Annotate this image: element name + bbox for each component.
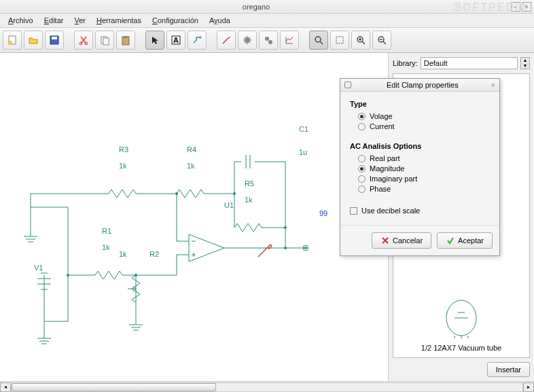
svg-point-27 <box>284 247 287 249</box>
dialog-titlebar[interactable]: Edit Clamp properties × <box>340 79 499 92</box>
paste-button[interactable] <box>116 31 135 50</box>
toolbar: A <box>0 28 534 53</box>
dialog-icon <box>344 82 351 88</box>
node-label: 99 <box>319 209 327 217</box>
scroll-left-button[interactable]: ◂ <box>0 382 11 392</box>
schematic <box>0 53 388 381</box>
radio-icon <box>358 175 366 183</box>
svg-rect-3 <box>52 37 57 39</box>
radio-imaginary[interactable]: Imaginary part <box>358 175 490 183</box>
accept-button[interactable]: Aceptar <box>437 232 493 249</box>
watermark: SOFTPEDIA <box>454 1 529 14</box>
r3-val: 1k <box>119 162 127 170</box>
r4-name: R4 <box>187 145 196 154</box>
accept-icon <box>446 236 455 245</box>
svg-point-1 <box>8 41 12 45</box>
radio-real[interactable]: Real part <box>358 154 490 162</box>
svg-point-24 <box>175 192 178 195</box>
probe-tool[interactable] <box>217 31 236 50</box>
r5-name: R5 <box>245 179 254 188</box>
radio-icon <box>358 155 366 162</box>
svg-point-25 <box>233 192 236 195</box>
window-title: oregano <box>3 3 510 11</box>
radio-voltage[interactable]: Volage <box>358 112 490 120</box>
c1-name: C1 <box>299 125 308 133</box>
r3-name: R3 <box>119 145 128 154</box>
plot-button[interactable] <box>280 31 299 50</box>
radio-icon <box>358 165 366 173</box>
svg-point-16 <box>315 37 321 42</box>
wire-tool[interactable] <box>188 31 207 50</box>
open-button[interactable] <box>24 31 43 50</box>
svg-rect-17 <box>336 37 343 43</box>
r2-name: R2 <box>149 250 159 258</box>
u1-name: U1 <box>224 201 234 209</box>
menu-herramientas[interactable]: Herramientas <box>92 15 145 26</box>
checkbox-icon <box>350 207 357 215</box>
radio-icon <box>358 113 366 120</box>
copy-button[interactable] <box>95 31 114 50</box>
zoom-button[interactable] <box>309 31 328 50</box>
library-spin[interactable]: ▲▼ <box>520 57 530 69</box>
type-group-label: Type <box>350 100 490 108</box>
dialog-close-icon[interactable]: × <box>491 81 495 89</box>
save-button[interactable] <box>45 31 64 50</box>
v1-name: V1 <box>34 264 43 272</box>
library-label: Library: <box>393 59 418 67</box>
svg-point-20 <box>304 247 307 249</box>
radio-magnitude[interactable]: Magnitude <box>358 164 490 173</box>
menu-ayuda[interactable]: Ayuda <box>205 15 234 26</box>
radio-current[interactable]: Current <box>358 122 490 130</box>
svg-point-15 <box>268 40 272 44</box>
text-tool[interactable]: A <box>166 31 185 50</box>
preview-label: 1/2 12AX7 Vacuum tube <box>421 344 501 352</box>
clamp-dialog: Edit Clamp properties × Type Volage Curr… <box>340 78 500 256</box>
insert-button[interactable]: Insertar <box>487 362 530 377</box>
arrow-tool[interactable] <box>145 31 164 50</box>
r1-name: R1 <box>102 227 111 235</box>
svg-point-14 <box>265 37 269 41</box>
region-button[interactable] <box>330 31 349 50</box>
r5-val: 1k <box>245 196 253 204</box>
r2-val: 1k <box>119 250 127 258</box>
canvas-area[interactable]: C1 1u R3 1k R4 1k R5 1k U1 R1 1k R2 1k V… <box>0 53 389 381</box>
ac-group-label: AC Analisis Options <box>350 142 490 150</box>
svg-point-12 <box>200 37 202 39</box>
svg-rect-7 <box>103 38 109 45</box>
c1-val: 1u <box>299 148 307 156</box>
new-button[interactable] <box>3 31 22 50</box>
svg-point-26 <box>284 226 287 229</box>
params-button[interactable] <box>259 31 278 50</box>
svg-point-23 <box>135 274 137 277</box>
menubar: Archivo Editar Ver Herramientas Configur… <box>0 14 534 28</box>
radio-icon <box>358 185 366 193</box>
zoomin-button[interactable] <box>351 31 370 50</box>
scroll-thumb[interactable] <box>12 383 216 391</box>
decibel-check[interactable]: Use decibel scale <box>350 207 490 215</box>
scroll-right-button[interactable]: ▸ <box>523 382 534 392</box>
radio-phase[interactable]: Phase <box>358 185 490 193</box>
library-select[interactable]: Default <box>421 57 518 69</box>
h-scrollbar[interactable]: ◂ ▸ <box>0 381 534 392</box>
cancel-icon <box>380 236 390 245</box>
r1-val: 1k <box>102 243 110 251</box>
radio-icon <box>358 123 366 130</box>
titlebar: oregano SOFTPEDIA – × <box>0 0 534 14</box>
menu-configuracion[interactable]: Configuración <box>148 15 202 26</box>
cancel-button[interactable]: Cancelar <box>372 232 431 249</box>
zoomout-button[interactable] <box>372 31 391 50</box>
tube-icon <box>441 298 482 338</box>
menu-editar[interactable]: Editar <box>40 15 68 26</box>
svg-text:A: A <box>173 36 179 44</box>
cut-button[interactable] <box>74 31 93 50</box>
sim-button[interactable] <box>238 31 257 50</box>
svg-rect-9 <box>124 36 128 38</box>
menu-archivo[interactable]: Archivo <box>4 15 37 26</box>
menu-ver[interactable]: Ver <box>70 15 90 26</box>
svg-point-22 <box>67 274 69 277</box>
dialog-title: Edit Clamp properties <box>354 81 491 89</box>
r4-val: 1k <box>187 162 195 170</box>
